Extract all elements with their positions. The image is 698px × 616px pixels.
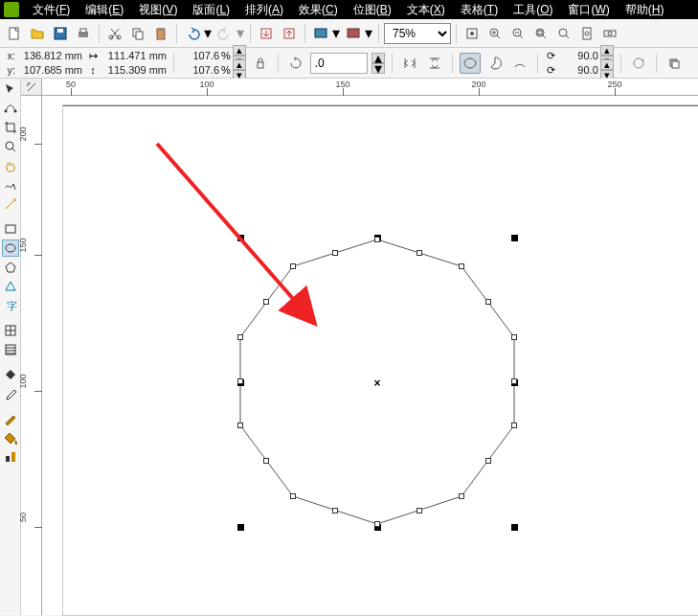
basic-shapes-tool[interactable] [2, 278, 19, 295]
poly-node[interactable] [459, 493, 464, 499]
interactive-fill-tool[interactable] [2, 366, 19, 383]
end-angle-spinner[interactable]: ▴▾ [600, 59, 614, 80]
undo-button[interactable] [182, 23, 203, 44]
zoom-all-button[interactable] [553, 23, 574, 44]
zoom-in-button[interactable] [484, 23, 506, 44]
poly-node[interactable] [511, 334, 517, 340]
ruler-vertical[interactable]: 50 100 150 200 [21, 96, 42, 615]
menu-arrange[interactable]: 排列(A) [237, 0, 291, 19]
sel-handle-ne[interactable] [511, 235, 518, 241]
cut-button[interactable] [104, 23, 125, 44]
rectangle-tool[interactable] [2, 220, 19, 238]
zoom-out-button[interactable] [507, 23, 529, 44]
new-button[interactable] [4, 23, 25, 44]
to-front-button[interactable] [664, 53, 685, 74]
poly-node[interactable] [237, 334, 243, 340]
poly-mid-node[interactable] [332, 250, 338, 256]
rotation-spinner[interactable]: ▴▾ [372, 53, 385, 74]
ruler-horizontal[interactable]: 50 100 150 200 250 [42, 79, 698, 96]
print-button[interactable] [73, 23, 94, 44]
export-button[interactable] [279, 23, 300, 44]
menu-tools[interactable]: 工具(O) [506, 0, 560, 19]
eyedropper-tool[interactable] [2, 385, 19, 402]
sel-handle-se[interactable] [511, 524, 518, 531]
snap-button[interactable] [462, 23, 483, 44]
poly-node[interactable] [237, 422, 243, 428]
menu-file[interactable]: 文件(F) [25, 0, 78, 19]
poly-mid-node[interactable] [485, 458, 491, 464]
menu-bitmap[interactable]: 位图(B) [346, 0, 399, 19]
menu-table[interactable]: 表格(T) [453, 0, 506, 19]
polygon-tool[interactable] [2, 259, 19, 276]
import-button[interactable] [256, 23, 277, 44]
freehand-tool[interactable] [2, 176, 19, 194]
poly-node[interactable] [511, 422, 517, 428]
pick-tool[interactable] [2, 80, 19, 98]
menu-window[interactable]: 窗口(W) [560, 0, 617, 19]
zoom-combo[interactable]: 75% [384, 23, 451, 44]
paste-button[interactable] [150, 23, 171, 44]
fill-tool[interactable] [2, 429, 19, 446]
rotation-input[interactable] [310, 53, 368, 74]
ruler-origin[interactable] [21, 79, 42, 96]
polygon-shape[interactable] [42, 96, 698, 616]
poly-node[interactable] [459, 263, 464, 269]
poly-mid-node[interactable] [417, 250, 422, 256]
text-tool[interactable]: 字 [2, 297, 19, 314]
mirror-v-button[interactable] [424, 53, 445, 74]
poly-node[interactable] [374, 237, 380, 242]
menu-edit[interactable]: 编辑(E) [78, 0, 131, 19]
redo-button[interactable] [214, 23, 236, 44]
open-button[interactable] [27, 23, 48, 44]
lock-ratio-button[interactable] [250, 53, 271, 74]
dimension-tool[interactable] [2, 341, 19, 358]
app-launcher-dropdown[interactable]: ▾ [331, 23, 341, 44]
poly-mid-node[interactable] [332, 508, 338, 513]
shape-tool[interactable] [2, 100, 19, 117]
rotate-icon [285, 53, 306, 74]
zoom-selection-button[interactable] [530, 23, 552, 44]
poly-node[interactable] [290, 493, 296, 499]
poly-mid-node[interactable] [485, 299, 491, 305]
poly-mid-node[interactable] [417, 508, 422, 513]
menu-layout[interactable]: 版面(L) [185, 0, 237, 19]
scale-y-spinner[interactable]: ▴▾ [233, 59, 246, 80]
shape-arc-button[interactable] [509, 53, 530, 74]
menu-help[interactable]: 帮助(H) [618, 0, 672, 19]
crop-tool[interactable] [2, 119, 19, 136]
undo-dropdown[interactable]: ▾ [203, 23, 213, 44]
zoom-tool[interactable] [2, 138, 19, 155]
poly-mid-node[interactable] [263, 299, 269, 305]
zoom-page-button[interactable] [576, 23, 597, 44]
poly-mid-node[interactable] [237, 378, 243, 384]
menu-effects[interactable]: 效果(C) [291, 0, 346, 19]
welcome-button[interactable] [343, 23, 364, 44]
redo-dropdown[interactable]: ▾ [236, 23, 245, 44]
smart-draw-tool[interactable] [2, 195, 19, 213]
poly-mid-node[interactable] [511, 378, 517, 384]
canvas[interactable]: × [42, 96, 698, 615]
sel-handle-nw[interactable] [237, 235, 244, 241]
sel-handle-sw[interactable] [237, 524, 244, 531]
hand-tool[interactable] [2, 157, 19, 174]
poly-mid-node[interactable] [263, 458, 269, 464]
poly-node[interactable] [374, 521, 380, 527]
menu-view[interactable]: 视图(V) [131, 0, 185, 19]
interactive-tool[interactable] [2, 448, 19, 466]
outline-tool[interactable] [2, 410, 19, 427]
ellipse-tool[interactable] [2, 240, 19, 257]
angle-readout[interactable]: ⟳90.0▴▾ ⟳90.0▴▾ [545, 49, 614, 78]
scale-readout[interactable]: 107.6%▴▾ 107.6%▴▾ [181, 49, 246, 78]
save-button[interactable] [50, 23, 71, 44]
app-launcher-button[interactable] [310, 23, 331, 44]
shape-pie-button[interactable] [484, 53, 506, 74]
mirror-h-button[interactable] [399, 53, 420, 74]
zoom-width-button[interactable] [599, 23, 620, 44]
welcome-dropdown[interactable]: ▾ [364, 23, 373, 44]
direction-button[interactable] [628, 53, 649, 74]
copy-button[interactable] [127, 23, 148, 44]
shape-ellipse-button[interactable] [460, 53, 481, 74]
poly-node[interactable] [290, 263, 296, 269]
menu-text[interactable]: 文本(X) [399, 0, 453, 19]
table-tool[interactable] [2, 322, 19, 339]
